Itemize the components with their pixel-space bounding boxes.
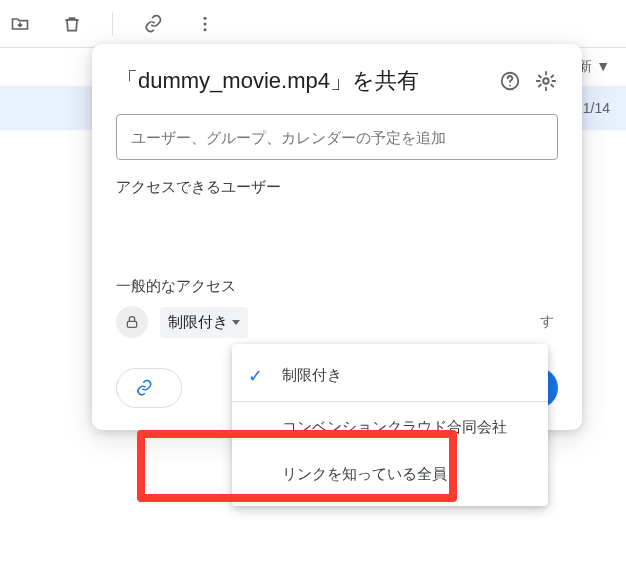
add-people-input[interactable]: [116, 114, 558, 160]
dropdown-divider: [232, 401, 548, 402]
toolbar-separator: [112, 12, 113, 36]
dropdown-item-label: コンベンションクラウド合同会社: [282, 418, 507, 437]
gear-icon[interactable]: [534, 69, 558, 93]
check-icon: ✓: [248, 367, 263, 385]
title-close-suffix: 」を共有: [330, 68, 419, 93]
chevron-down-icon: [232, 320, 240, 325]
svg-point-0: [204, 16, 207, 19]
delete-icon[interactable]: [60, 12, 84, 36]
svg-point-4: [509, 85, 511, 87]
general-access-row: 制限付き す: [116, 306, 558, 338]
dropdown-item-restricted[interactable]: ✓ 制限付き: [232, 352, 548, 399]
access-dropdown-menu: ✓ 制限付き コンベンションクラウド合同会社 リンクを知っている全員: [232, 344, 548, 506]
access-level-label: 制限付き: [168, 313, 228, 332]
dropdown-item-label: 制限付き: [282, 366, 342, 385]
dialog-title: 「dummy_movie.mp4」を共有: [116, 66, 486, 96]
link-icon[interactable]: [141, 12, 165, 36]
link-icon: [135, 379, 153, 397]
lock-icon: [116, 306, 148, 338]
dropdown-item-anyone-with-link[interactable]: リンクを知っている全員: [232, 451, 548, 498]
toolbar: [0, 0, 626, 48]
svg-rect-6: [127, 321, 136, 327]
people-with-access-label: アクセスできるユーザー: [116, 178, 558, 197]
svg-point-5: [543, 78, 549, 84]
svg-point-1: [204, 22, 207, 25]
dropdown-item-label: リンクを知っている全員: [282, 465, 447, 484]
help-icon[interactable]: [498, 69, 522, 93]
copy-link-button[interactable]: [116, 368, 182, 408]
more-icon[interactable]: [193, 12, 217, 36]
title-filename: dummy_movie.mp4: [138, 68, 330, 93]
title-open-quote: 「: [116, 68, 138, 93]
svg-point-2: [204, 28, 207, 31]
access-level-dropdown-button[interactable]: 制限付き す: [160, 307, 248, 338]
dropdown-item-org[interactable]: コンベンションクラウド合同会社: [232, 404, 548, 451]
move-to-icon[interactable]: [8, 12, 32, 36]
general-access-label: 一般的なアクセス: [116, 277, 558, 296]
